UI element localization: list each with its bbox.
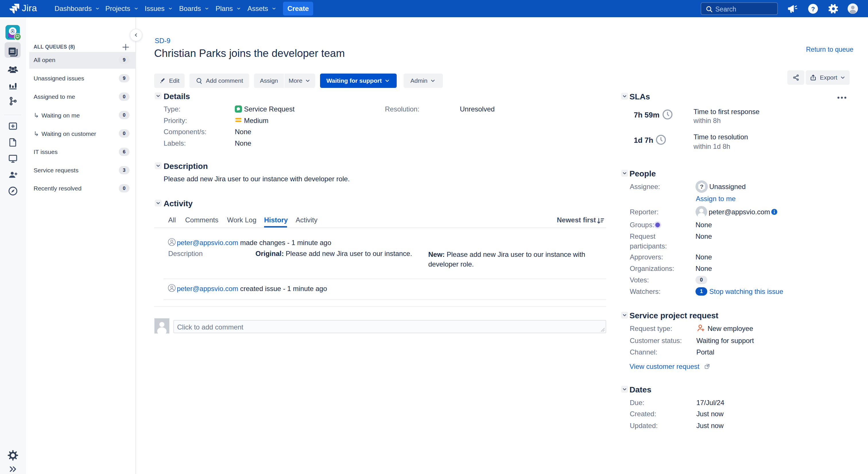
svg-text:?: ? [811,5,815,12]
svg-text:?: ? [700,183,704,190]
